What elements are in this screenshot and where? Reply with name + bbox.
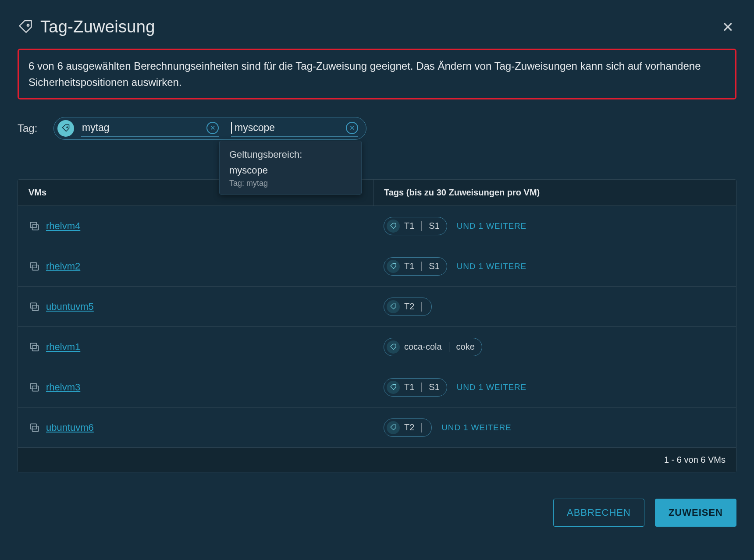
tag-icon — [387, 220, 400, 233]
tag-pill-icon — [57, 120, 74, 137]
chip-separator — [421, 302, 422, 312]
chip-scope-name: S1 — [429, 261, 439, 271]
more-tags-link[interactable]: UND 1 WEITERE — [441, 423, 511, 432]
chip-tag-name: T1 — [404, 221, 414, 231]
chip-separator — [421, 262, 422, 271]
cell-vm: ubuntuvm6 — [18, 422, 373, 433]
table-header: VMs Tags (bis zu 30 Zuweisungen pro VM) — [18, 180, 736, 206]
tag-pill-group — [53, 117, 366, 140]
cell-tags: coca-colacoke — [373, 338, 736, 356]
vm-link[interactable]: rhelvm2 — [46, 261, 80, 272]
popover-tag-line: Tag: mytag — [229, 179, 352, 188]
chip-tag-name: T1 — [404, 261, 414, 271]
table-row: rhelvm3T1S1UND 1 WEITERE — [18, 367, 736, 408]
modal-header: Tag-Zuweisung ✕ — [18, 18, 736, 36]
more-tags-link[interactable]: UND 1 WEITERE — [457, 383, 526, 392]
table-body: rhelvm4T1S1UND 1 WEITERErhelvm2T1S1UND 1… — [18, 206, 736, 448]
vm-link[interactable]: ubuntuvm5 — [46, 301, 94, 312]
vm-link[interactable]: rhelvm1 — [46, 341, 80, 353]
tag-chip[interactable]: coca-colacoke — [384, 338, 482, 356]
vm-link[interactable]: rhelvm4 — [46, 220, 80, 232]
tag-chip[interactable]: T2 — [384, 298, 432, 316]
cancel-button[interactable]: ABBRECHEN — [553, 499, 644, 527]
tag-chip[interactable]: T1S1 — [384, 378, 447, 397]
modal-footer: ABBRECHEN ZUWEISEN — [18, 499, 736, 527]
clear-scope-icon[interactable] — [346, 122, 358, 134]
tag-scope-input[interactable] — [234, 121, 343, 134]
vm-link[interactable]: rhelvm3 — [46, 382, 80, 393]
vm-icon — [28, 382, 40, 393]
table-row: rhelvm1coca-colacoke — [18, 327, 736, 367]
cell-vm: ubuntuvm5 — [18, 301, 373, 312]
text-caret — [231, 122, 232, 134]
popover-title: Geltungsbereich: — [229, 149, 352, 160]
table-row: rhelvm4T1S1UND 1 WEITERE — [18, 206, 736, 246]
tag-chip[interactable]: T1S1 — [384, 257, 447, 276]
tag-icon — [387, 260, 400, 273]
eligibility-alert: 6 von 6 ausgewählten Berechnungseinheite… — [18, 49, 736, 99]
scope-popover: Geltungsbereich: myscope Tag: mytag — [219, 141, 362, 195]
more-tags-link[interactable]: UND 1 WEITERE — [457, 262, 526, 271]
tag-icon — [387, 340, 400, 354]
tag-icon — [387, 421, 400, 434]
cell-tags: T1S1UND 1 WEITERE — [373, 257, 736, 276]
tag-icon — [18, 19, 33, 35]
tag-scope-field[interactable] — [231, 119, 358, 137]
tag-chip[interactable]: T1S1 — [384, 217, 447, 235]
more-tags-link[interactable]: UND 1 WEITERE — [457, 221, 526, 231]
modal-title-wrap: Tag-Zuweisung — [18, 18, 155, 36]
cell-vm: rhelvm4 — [18, 220, 373, 232]
tag-input-row: Tag: Geltungsbereich: myscope Tag: mytag — [18, 117, 736, 140]
column-header-tags: Tags (bis zu 30 Zuweisungen pro VM) — [373, 180, 736, 206]
tag-chip[interactable]: T2 — [384, 418, 432, 437]
table-footer: 1 - 6 von 6 VMs — [18, 448, 736, 472]
tag-assignment-modal: Tag-Zuweisung ✕ 6 von 6 ausgewählten Ber… — [0, 0, 754, 560]
tag-icon — [387, 300, 400, 313]
close-icon[interactable]: ✕ — [719, 18, 736, 36]
chip-tag-name: T2 — [404, 301, 414, 312]
chip-separator — [421, 423, 422, 432]
chip-scope-name: coke — [456, 342, 475, 352]
chip-tag-name: coca-cola — [404, 342, 442, 352]
table-row: ubuntuvm5T2 — [18, 287, 736, 327]
chip-tag-name: T1 — [404, 382, 414, 392]
popover-scope-value[interactable]: myscope — [229, 165, 352, 176]
tag-icon — [387, 381, 400, 394]
chip-tag-name: T2 — [404, 422, 414, 432]
vm-icon — [28, 261, 40, 272]
tag-label: Tag: — [18, 122, 41, 135]
chip-scope-name: S1 — [429, 221, 439, 231]
vm-table: VMs Tags (bis zu 30 Zuweisungen pro VM) … — [18, 179, 736, 472]
clear-tag-icon[interactable] — [206, 122, 219, 134]
table-footer-text: 1 - 6 von 6 VMs — [664, 455, 726, 465]
tag-name-field[interactable] — [81, 119, 219, 137]
vm-icon — [28, 341, 40, 353]
vm-link[interactable]: ubuntuvm6 — [46, 422, 94, 433]
cell-tags: T1S1UND 1 WEITERE — [373, 378, 736, 397]
chip-separator — [449, 342, 449, 352]
chip-separator — [421, 383, 422, 392]
chip-scope-name: S1 — [429, 382, 439, 392]
cell-vm: rhelvm3 — [18, 382, 373, 393]
cell-tags: T2UND 1 WEITERE — [373, 418, 736, 437]
cell-tags: T1S1UND 1 WEITERE — [373, 217, 736, 235]
table-row: ubuntuvm6T2UND 1 WEITERE — [18, 408, 736, 448]
vm-icon — [28, 422, 40, 433]
cell-vm: rhelvm1 — [18, 341, 373, 353]
vm-icon — [28, 220, 40, 232]
table-row: rhelvm2T1S1UND 1 WEITERE — [18, 246, 736, 287]
tag-name-input[interactable] — [81, 121, 204, 134]
assign-button[interactable]: ZUWEISEN — [655, 499, 736, 527]
alert-text: 6 von 6 ausgewählten Berechnungseinheite… — [28, 60, 701, 88]
vm-icon — [28, 301, 40, 312]
modal-title: Tag-Zuweisung — [40, 18, 155, 36]
cell-vm: rhelvm2 — [18, 261, 373, 272]
cell-tags: T2 — [373, 298, 736, 316]
chip-separator — [421, 221, 422, 231]
